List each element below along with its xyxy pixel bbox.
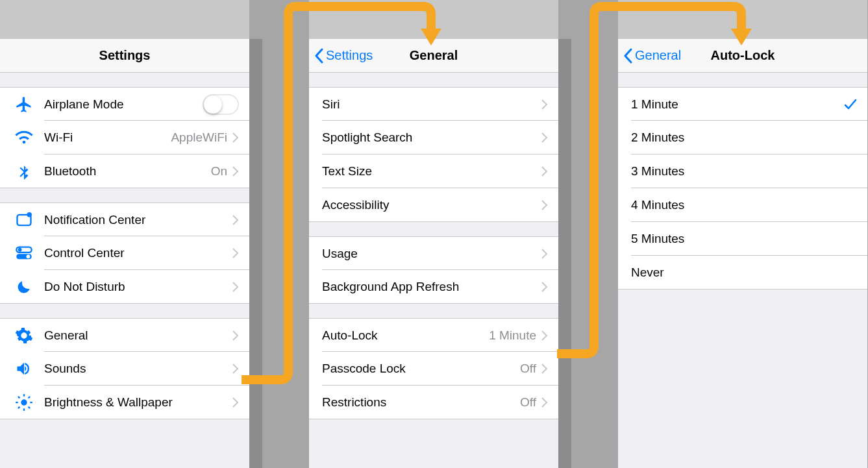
row-auto-lock[interactable]: Auto-Lock 1 Minute (309, 318, 558, 352)
airplane-icon (13, 93, 35, 116)
svg-line-14 (29, 396, 30, 397)
option-3-minutes[interactable]: 3 Minutes (618, 154, 867, 188)
settings-screen: Settings Airplane Mode Wi-Fi AppleWiFi (0, 0, 249, 468)
bluetooth-icon (13, 160, 35, 182)
row-passcode-lock[interactable]: Passcode Lock Off (309, 352, 558, 386)
row-general[interactable]: General (0, 318, 249, 352)
back-label: General (635, 48, 681, 63)
status-bar (309, 0, 558, 39)
row-bluetooth[interactable]: Bluetooth On (0, 154, 249, 188)
row-sounds[interactable]: Sounds (0, 352, 249, 386)
option-label: 1 Minute (631, 97, 844, 112)
check-icon (844, 99, 857, 110)
general-screen: Settings General Siri Spotlight Search T… (309, 0, 558, 468)
wifi-icon (13, 127, 35, 149)
row-siri[interactable]: Siri (309, 87, 558, 121)
row-label: Do Not Disturb (44, 280, 232, 294)
row-wifi[interactable]: Wi-Fi AppleWiFi (0, 121, 249, 154)
row-text-size[interactable]: Text Size (309, 154, 558, 188)
chevron-right-icon (541, 166, 548, 177)
row-label: Background App Refresh (322, 280, 541, 294)
row-value: Off (520, 362, 536, 376)
row-airplane-mode[interactable]: Airplane Mode (0, 87, 249, 121)
row-do-not-disturb[interactable]: Do Not Disturb (0, 270, 249, 304)
chevron-right-icon (541, 363, 548, 374)
svg-line-12 (29, 406, 30, 408)
svg-point-5 (27, 254, 31, 258)
back-button[interactable]: Settings (309, 48, 373, 64)
chevron-right-icon (541, 397, 548, 408)
page-title: Settings (0, 48, 249, 63)
row-label: Notification Center (44, 213, 232, 227)
chevron-right-icon (232, 282, 239, 292)
option-4-minutes[interactable]: 4 Minutes (618, 188, 867, 222)
chevron-right-icon (541, 249, 548, 259)
option-label: 2 Minutes (631, 130, 857, 145)
settings-group: General Sounds Brightness & Wallpaper (0, 318, 249, 419)
option-2-minutes[interactable]: 2 Minutes (618, 121, 867, 154)
navbar: General Auto-Lock (618, 39, 867, 73)
gear-icon (13, 325, 35, 347)
option-label: 3 Minutes (631, 164, 857, 179)
row-background-refresh[interactable]: Background App Refresh (309, 270, 558, 304)
autolock-screen: General Auto-Lock 1 Minute 2 Minutes 3 M… (618, 0, 867, 468)
navbar: Settings (0, 39, 249, 73)
back-label: Settings (326, 48, 373, 63)
settings-group: Notification Center Control Center (0, 203, 249, 304)
svg-point-1 (27, 212, 31, 217)
row-label: Spotlight Search (322, 130, 541, 145)
option-1-minute[interactable]: 1 Minute (618, 87, 867, 121)
chevron-right-icon (541, 200, 548, 210)
row-value: On (211, 164, 227, 179)
chevron-right-icon (232, 132, 239, 143)
row-usage[interactable]: Usage (309, 236, 558, 270)
option-never[interactable]: Never (618, 256, 867, 289)
svg-line-11 (18, 396, 19, 397)
chevron-right-icon (232, 397, 239, 408)
row-label: Text Size (322, 164, 541, 179)
status-bar (618, 0, 867, 39)
option-label: 5 Minutes (631, 232, 857, 246)
svg-point-3 (18, 248, 22, 252)
row-restrictions[interactable]: Restrictions Off (309, 386, 558, 419)
chevron-right-icon (232, 215, 239, 225)
row-label: Bluetooth (44, 164, 211, 179)
control-center-icon (13, 242, 35, 264)
row-label: Passcode Lock (322, 362, 520, 376)
chevron-right-icon (232, 248, 239, 258)
general-group: Siri Spotlight Search Text Size Accessib… (309, 87, 558, 222)
row-label: Restrictions (322, 395, 520, 410)
general-group: Usage Background App Refresh (309, 236, 558, 304)
autolock-options: 1 Minute 2 Minutes 3 Minutes 4 Minutes 5… (618, 87, 867, 289)
phone-shadow (249, 39, 262, 468)
chevron-right-icon (232, 363, 239, 374)
row-label: Wi-Fi (44, 130, 171, 145)
svg-point-6 (21, 399, 27, 405)
notification-icon (13, 209, 35, 231)
row-value: Off (520, 395, 536, 410)
row-accessibility[interactable]: Accessibility (309, 188, 558, 222)
general-group: Auto-Lock 1 Minute Passcode Lock Off Res… (309, 318, 558, 419)
row-label: Sounds (44, 362, 232, 376)
row-label: Accessibility (322, 198, 541, 212)
navbar: Settings General (309, 39, 558, 73)
row-spotlight[interactable]: Spotlight Search (309, 121, 558, 154)
option-5-minutes[interactable]: 5 Minutes (618, 222, 867, 256)
status-bar (0, 0, 249, 39)
row-notification-center[interactable]: Notification Center (0, 203, 249, 236)
airplane-toggle[interactable] (203, 94, 239, 115)
row-brightness-wallpaper[interactable]: Brightness & Wallpaper (0, 386, 249, 419)
settings-group: Airplane Mode Wi-Fi AppleWiFi Bluetooth … (0, 87, 249, 188)
chevron-right-icon (541, 99, 548, 110)
phone-shadow (558, 39, 571, 468)
moon-icon (13, 276, 35, 298)
row-value: 1 Minute (489, 328, 536, 343)
back-button[interactable]: General (618, 48, 681, 64)
chevron-right-icon (232, 330, 239, 341)
chevron-right-icon (232, 166, 239, 177)
option-label: 4 Minutes (631, 198, 857, 212)
row-control-center[interactable]: Control Center (0, 236, 249, 270)
chevron-right-icon (541, 132, 548, 143)
row-value: AppleWiFi (171, 130, 227, 145)
row-label: Auto-Lock (322, 328, 489, 343)
